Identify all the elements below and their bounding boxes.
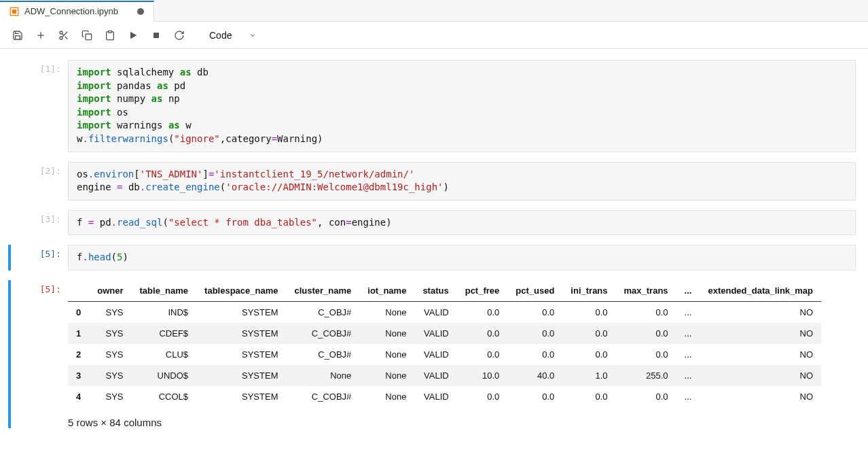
dataframe-row-index: 0	[68, 301, 89, 323]
dataframe-cell: C_OBJ#	[286, 301, 359, 323]
chevron-down-icon	[249, 32, 256, 39]
output-cell: [5]: ownertable_nametablespace_nameclust…	[8, 280, 868, 428]
dataframe-cell: ...	[676, 344, 700, 365]
dataframe-row-index: 3	[68, 365, 89, 386]
cell-type-dropdown[interactable]: Code	[204, 29, 261, 42]
cut-button[interactable]	[56, 27, 72, 44]
dataframe-cell: ...	[676, 323, 700, 344]
dataframe-cell: SYSTEM	[196, 386, 286, 407]
code-cell[interactable]: [2]: os.environ['TNS_ADMIN']='instantcli…	[8, 162, 868, 201]
dataframe-cell: SYS	[89, 301, 131, 323]
dataframe-cell: SYSTEM	[196, 365, 286, 386]
tab-bar: ADW_Connection.ipynb	[0, 0, 868, 22]
dataframe-cell: VALID	[414, 344, 456, 365]
svg-rect-9	[86, 34, 92, 40]
cell-select-bar	[8, 280, 11, 428]
dataframe-cell: SYS	[89, 365, 131, 386]
svg-marker-11	[130, 31, 137, 39]
code-cell[interactable]: [3]: f = pd.read_sql("select * from dba_…	[8, 210, 868, 236]
dataframe-summary: 5 rows × 84 columns	[68, 417, 856, 428]
dataframe-cell: VALID	[414, 323, 456, 344]
dataframe-cell: VALID	[414, 365, 456, 386]
svg-rect-10	[108, 31, 111, 33]
svg-line-8	[62, 33, 64, 35]
run-button[interactable]	[125, 27, 141, 44]
dataframe-cell: None	[359, 301, 414, 323]
dataframe-cell: C_COBJ#	[286, 323, 359, 344]
dataframe-cell: ...	[676, 301, 700, 323]
dataframe-column-header: cluster_name	[286, 280, 359, 302]
output-prompt: [5]:	[14, 280, 68, 294]
dataframe-cell: UNDO$	[132, 365, 197, 386]
svg-rect-12	[153, 33, 159, 38]
code-input[interactable]: f = pd.read_sql("select * from dba_table…	[68, 210, 856, 236]
dataframe-cell: 0.0	[457, 386, 508, 407]
svg-rect-1	[12, 9, 16, 13]
svg-point-5	[60, 37, 62, 39]
dataframe-cell: 0.0	[616, 301, 676, 323]
dataframe-row-index: 1	[68, 323, 89, 344]
dataframe-cell: 10.0	[457, 365, 508, 386]
cell-prompt: [2]:	[14, 162, 68, 176]
paste-button[interactable]	[102, 27, 118, 44]
dataframe-cell: SYSTEM	[196, 344, 286, 365]
dataframe-cell: None	[359, 344, 414, 365]
dataframe-cell: SYS	[89, 386, 131, 407]
dataframe-cell: 1.0	[562, 365, 615, 386]
dataframe-cell: 0.0	[457, 301, 508, 323]
dataframe-row-index: 4	[68, 386, 89, 407]
dataframe-cell: NO	[700, 365, 821, 386]
dataframe-cell: CCOL$	[132, 386, 197, 407]
dataframe-cell: 0.0	[507, 386, 562, 407]
dataframe-cell: C_COBJ#	[286, 386, 359, 407]
notebook-tab-title: ADW_Connection.ipynb	[24, 6, 118, 16]
dataframe-cell: 0.0	[507, 301, 562, 323]
code-cell[interactable]: [1]: import sqlalchemy as db import pand…	[8, 60, 868, 152]
cell-prompt: [3]:	[14, 210, 68, 224]
save-button[interactable]	[10, 27, 26, 44]
dataframe-cell: 0.0	[562, 344, 615, 365]
dataframe-column-header: pct_free	[457, 280, 508, 302]
unsaved-indicator-icon	[137, 8, 144, 15]
table-row: 1SYSCDEF$SYSTEMC_COBJ#NoneVALID0.00.00.0…	[68, 323, 821, 344]
dataframe-column-header: pct_used	[507, 280, 562, 302]
dataframe-output: ownertable_nametablespace_namecluster_na…	[68, 280, 868, 428]
dataframe-row-index: 2	[68, 344, 89, 365]
dataframe-cell: 40.0	[507, 365, 562, 386]
stop-button[interactable]	[148, 27, 164, 44]
dataframe-cell: None	[359, 323, 414, 344]
code-input[interactable]: os.environ['TNS_ADMIN']='instantclient_1…	[68, 162, 856, 201]
dataframe-cell: 0.0	[616, 386, 676, 407]
dataframe-cell: None	[359, 365, 414, 386]
table-row: 0SYSIND$SYSTEMC_OBJ#NoneVALID0.00.00.00.…	[68, 301, 821, 323]
cell-select-bar	[8, 245, 11, 271]
dataframe-cell: ...	[676, 365, 700, 386]
dataframe-column-header: iot_name	[359, 280, 414, 302]
notebook-tab[interactable]: ADW_Connection.ipynb	[0, 1, 154, 22]
dataframe-cell: NO	[700, 301, 821, 323]
code-cell[interactable]: [5]: f.head(5)	[8, 245, 868, 271]
dataframe-cell: 0.0	[616, 344, 676, 365]
dataframe-cell: None	[286, 365, 359, 386]
dataframe-column-header: extended_data_link_map	[700, 280, 821, 302]
dataframe-cell: SYS	[89, 323, 131, 344]
dataframe-cell: ...	[676, 386, 700, 407]
dataframe-cell: NO	[700, 386, 821, 407]
dataframe-cell: VALID	[414, 386, 456, 407]
dataframe-column-header: max_trans	[616, 280, 676, 302]
svg-line-7	[65, 36, 68, 39]
dataframe-cell: 255.0	[616, 365, 676, 386]
code-input[interactable]: import sqlalchemy as db import pandas as…	[68, 60, 856, 152]
restart-button[interactable]	[171, 27, 187, 44]
dataframe-cell: NO	[700, 323, 821, 344]
dataframe-cell: SYSTEM	[196, 323, 286, 344]
notebook-area: [1]: import sqlalchemy as db import pand…	[0, 49, 868, 450]
dataframe-cell: SYS	[89, 344, 131, 365]
toolbar: Code	[0, 22, 868, 49]
svg-point-4	[60, 31, 62, 34]
dataframe-cell: CLU$	[132, 344, 197, 365]
code-input[interactable]: f.head(5)	[68, 245, 856, 271]
insert-cell-button[interactable]	[33, 27, 49, 44]
copy-button[interactable]	[79, 27, 95, 44]
dataframe-column-header: ...	[676, 280, 700, 302]
